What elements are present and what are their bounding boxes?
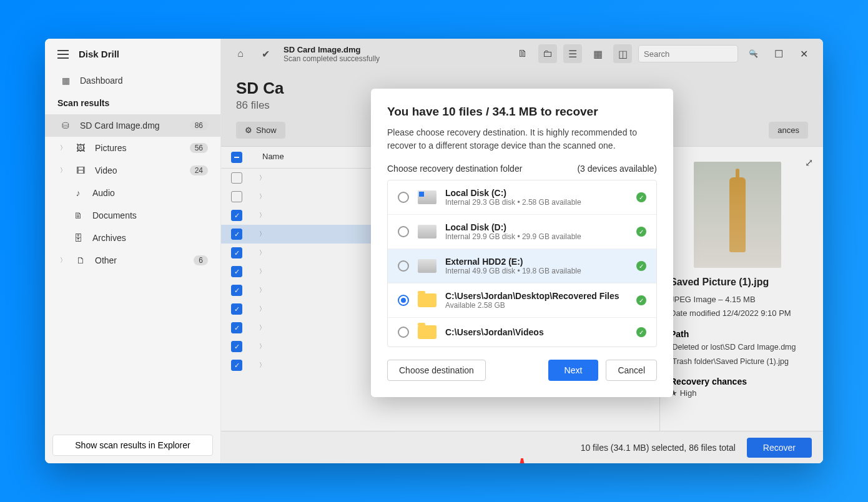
- modal-backdrop: You have 10 files / 34.1 MB to recover P…: [221, 39, 823, 463]
- recovery-destination-modal: You have 10 files / 34.1 MB to recover P…: [371, 89, 673, 397]
- menu-icon[interactable]: [57, 50, 69, 59]
- next-button[interactable]: Next: [548, 360, 599, 381]
- sidebar-item-pictures[interactable]: 〉 🖼 Pictures 56: [45, 137, 220, 159]
- destination-radio[interactable]: [398, 192, 409, 203]
- sidebar-item-label: Archives: [92, 233, 126, 243]
- sidebar-item-sd-card[interactable]: ⛁ SD Card Image.dmg 86: [45, 114, 220, 137]
- drive-icon: [418, 190, 436, 204]
- devices-available: (3 devices available): [577, 164, 657, 174]
- destination-list: Local Disk (C:)Internal 29.3 GB disk • 2…: [387, 180, 657, 347]
- other-icon: 🗋: [75, 255, 86, 265]
- sidebar-item-audio[interactable]: ♪ Audio: [45, 182, 220, 204]
- sidebar-dashboard[interactable]: ▦ Dashboard: [45, 69, 220, 92]
- sidebar-item-label: Audio: [92, 188, 115, 198]
- sidebar-item-label: Other: [95, 255, 117, 265]
- choose-destination-button[interactable]: Choose destination: [387, 360, 486, 381]
- destination-sub: Internal 29.9 GB disk • 29.9 GB availabl…: [445, 232, 628, 241]
- destination-name: External HDD2 (E:): [445, 257, 628, 267]
- destination-item[interactable]: External HDD2 (E:)Internal 49.9 GB disk …: [388, 249, 656, 283]
- destination-name: C:\Users\Jordan\Desktop\Recovered Files: [445, 291, 628, 301]
- check-icon: ✓: [636, 295, 646, 305]
- destination-radio[interactable]: [398, 226, 409, 237]
- pictures-icon: 🖼: [75, 143, 86, 153]
- check-icon: ✓: [636, 192, 646, 202]
- dashboard-icon: ▦: [60, 76, 71, 86]
- sidebar-item-label: Video: [95, 165, 117, 175]
- chevron-right-icon: 〉: [60, 256, 66, 265]
- destination-radio[interactable]: [398, 295, 409, 306]
- choose-label: Choose recovery destination folder: [387, 164, 522, 174]
- modal-actions: Choose destination Next Cancel: [387, 360, 657, 381]
- sidebar-section-scan-results: Scan results: [45, 92, 220, 114]
- arrow-annotation: [516, 458, 528, 463]
- sidebar: Disk Drill ▦ Dashboard Scan results ⛁ SD…: [45, 39, 221, 463]
- destination-name: Local Disk (C:): [445, 188, 628, 198]
- destination-radio[interactable]: [398, 260, 409, 272]
- video-icon: 🎞: [75, 165, 86, 175]
- sidebar-header: Disk Drill: [45, 39, 220, 69]
- app-window: Disk Drill ▦ Dashboard Scan results ⛁ SD…: [45, 39, 823, 463]
- sidebar-item-archives[interactable]: 🗄 Archives: [45, 227, 220, 249]
- show-in-explorer-button[interactable]: Show scan results in Explorer: [52, 435, 213, 456]
- folder-icon: [418, 325, 436, 339]
- count-badge: 6: [194, 255, 208, 265]
- app-title: Disk Drill: [79, 49, 119, 59]
- modal-description: Please choose recovery destination. It i…: [387, 126, 657, 152]
- sidebar-item-video[interactable]: 〉 🎞 Video 24: [45, 159, 220, 182]
- disk-icon: ⛁: [60, 121, 71, 130]
- count-badge: 86: [190, 121, 208, 130]
- destination-item[interactable]: Local Disk (C:)Internal 29.3 GB disk • 2…: [388, 180, 656, 215]
- drive-icon: [418, 225, 436, 239]
- destination-item[interactable]: C:\Users\Jordan\Desktop\Recovered FilesA…: [388, 283, 656, 318]
- sidebar-item-documents[interactable]: 🗎 Documents: [45, 204, 220, 227]
- sidebar-item-label: Dashboard: [80, 76, 123, 86]
- archive-icon: 🗄: [72, 233, 84, 243]
- check-icon: ✓: [636, 261, 646, 271]
- count-badge: 56: [190, 143, 208, 153]
- count-badge: 24: [190, 165, 208, 175]
- destination-item[interactable]: C:\Users\Jordan\Videos✓: [388, 318, 656, 347]
- destination-header: Choose recovery destination folder (3 de…: [387, 164, 657, 174]
- destination-name: C:\Users\Jordan\Videos: [445, 327, 628, 337]
- check-icon: ✓: [636, 227, 646, 237]
- main-panel: ⌂ ✔ SD Card Image.dmg Scan completed suc…: [221, 39, 823, 463]
- destination-sub: Internal 49.9 GB disk • 19.8 GB availabl…: [445, 267, 628, 275]
- sidebar-item-label: SD Card Image.dmg: [80, 121, 160, 130]
- check-icon: ✓: [636, 327, 646, 337]
- destination-name: Local Disk (D:): [445, 222, 628, 232]
- destination-sub: Available 2.58 GB: [445, 301, 628, 310]
- folder-icon: [418, 293, 436, 307]
- sidebar-item-label: Documents: [92, 210, 137, 220]
- modal-title: You have 10 files / 34.1 MB to recover: [387, 105, 657, 119]
- document-icon: 🗎: [72, 210, 84, 220]
- destination-sub: Internal 29.3 GB disk • 2.58 GB availabl…: [445, 198, 628, 207]
- sidebar-item-other[interactable]: 〉 🗋 Other 6: [45, 249, 220, 272]
- cancel-button[interactable]: Cancel: [606, 360, 657, 381]
- destination-item[interactable]: Local Disk (D:)Internal 29.9 GB disk • 2…: [388, 215, 656, 249]
- destination-radio[interactable]: [398, 327, 409, 338]
- sidebar-footer: Show scan results in Explorer: [45, 427, 220, 463]
- chevron-right-icon: 〉: [60, 144, 66, 152]
- audio-icon: ♪: [72, 188, 84, 198]
- sidebar-item-label: Pictures: [95, 143, 127, 153]
- chevron-right-icon: 〉: [60, 166, 66, 175]
- drive-icon: [418, 259, 436, 273]
